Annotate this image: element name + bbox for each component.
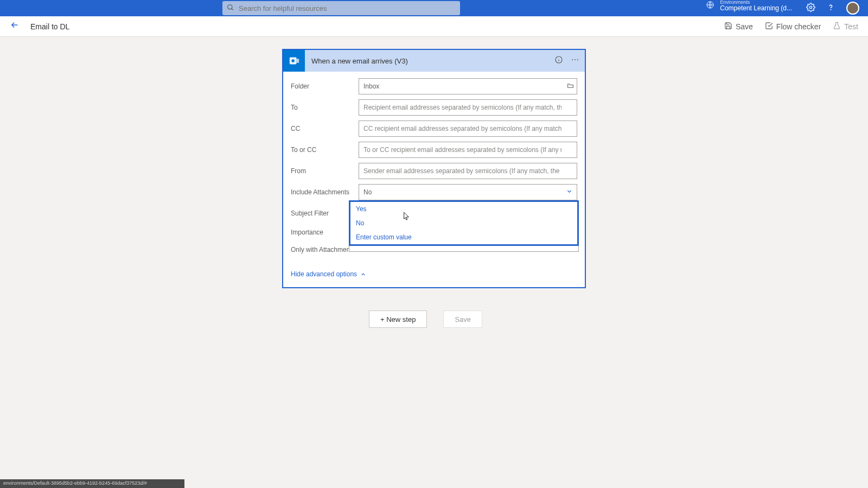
user-avatar[interactable] (846, 2, 859, 15)
new-step-button[interactable]: + New step (369, 310, 427, 328)
settings-icon[interactable] (806, 3, 815, 14)
save-flow-button[interactable]: Save (443, 310, 482, 328)
test-button[interactable]: Test (833, 22, 858, 31)
flow-checker-button[interactable]: Flow checker (765, 22, 821, 31)
card-title: When a new email arrives (V3) (311, 57, 554, 65)
field-to: To (291, 99, 577, 116)
environment-text: Environments Competent Learning (d... (720, 0, 792, 11)
new-step-label: + New step (380, 315, 416, 324)
save-flow-label: Save (455, 315, 471, 324)
chevron-down-icon[interactable] (566, 188, 573, 197)
field-cc: CC (291, 121, 577, 137)
back-arrow-icon[interactable] (10, 20, 20, 33)
save-button[interactable]: Save (724, 22, 753, 31)
environment-value: Competent Learning (d... (720, 5, 792, 11)
test-icon (833, 22, 841, 31)
environment-icon (706, 1, 714, 11)
from-input[interactable] (359, 163, 577, 179)
include-attachments-select[interactable] (359, 184, 577, 200)
svg-point-10 (575, 59, 576, 60)
dropdown-option-custom[interactable]: Enter custom value (350, 230, 577, 244)
folder-label: Folder (291, 83, 359, 90)
folder-input[interactable] (359, 78, 577, 94)
search-input[interactable] (239, 4, 456, 12)
hide-advanced-label: Hide advanced options (291, 270, 357, 278)
cc-label: CC (291, 125, 359, 132)
from-label: From (291, 167, 359, 175)
flow-checker-icon (765, 22, 773, 31)
outlook-icon (283, 50, 305, 72)
toorcc-input[interactable] (359, 142, 577, 158)
more-icon[interactable] (571, 55, 579, 66)
page-subheader: Email to DL Save Flow checker Test (0, 16, 868, 37)
cc-input[interactable] (359, 121, 577, 137)
svg-point-9 (572, 59, 573, 60)
include-attachments-label: Include Attachments (291, 188, 359, 196)
trigger-card: When a new email arrives (V3) Folder To (282, 49, 586, 288)
svg-point-0 (228, 4, 232, 9)
folder-picker-icon[interactable] (567, 82, 574, 91)
svg-point-3 (809, 6, 812, 8)
search-icon (227, 4, 234, 13)
save-icon (724, 22, 732, 31)
dropdown-option-no[interactable]: No (350, 216, 577, 230)
flow-title: Email to DL (30, 22, 69, 31)
flow-checker-label: Flow checker (776, 22, 821, 31)
svg-line-1 (232, 8, 233, 10)
app-header: Environments Competent Learning (d... (0, 0, 868, 16)
svg-point-11 (577, 59, 578, 60)
svg-point-7 (291, 59, 295, 62)
card-header[interactable]: When a new email arrives (V3) (283, 50, 585, 72)
help-icon[interactable] (826, 3, 835, 14)
save-label: Save (736, 22, 753, 31)
field-folder: Folder (291, 78, 577, 94)
toorcc-label: To or CC (291, 146, 359, 154)
info-icon[interactable] (554, 55, 563, 66)
environment-picker[interactable]: Environments Competent Learning (d... (706, 0, 792, 11)
field-include-attachments: Include Attachments (291, 184, 577, 200)
hide-advanced-link[interactable]: Hide advanced options (291, 270, 366, 278)
field-from: From (291, 163, 577, 179)
svg-point-4 (831, 9, 831, 10)
field-toorcc: To or CC (291, 142, 577, 158)
to-input[interactable] (359, 99, 577, 116)
status-bar: environments/Default-3895d5b2-ebb9-4192-… (0, 479, 184, 488)
chevron-up-icon (360, 271, 366, 277)
include-attachments-dropdown: Yes No Enter custom value (349, 200, 579, 246)
search-box[interactable] (222, 1, 460, 15)
test-label: Test (844, 22, 858, 31)
to-label: To (291, 104, 359, 111)
dropdown-option-yes[interactable]: Yes (350, 202, 577, 216)
